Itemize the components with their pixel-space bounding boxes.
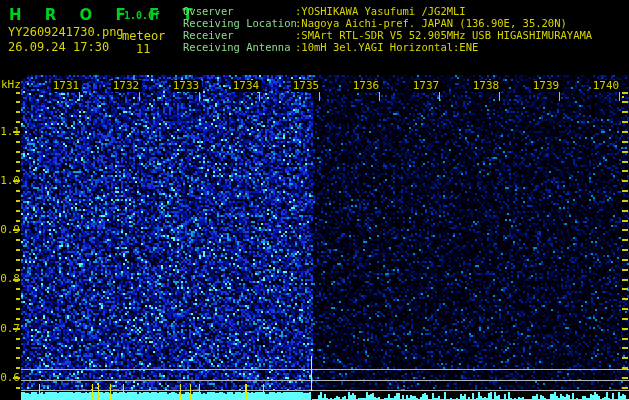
time-axis-label: 1736: [351, 80, 382, 92]
app-title: H R O F F T: [9, 6, 202, 24]
time-axis-label: 1731: [51, 80, 82, 92]
app-version: 1.0.0f: [124, 10, 160, 21]
info-value: :10mH 3el.YAGI Horizontal:ENE: [295, 41, 478, 53]
time-axis-label: 1737: [411, 80, 442, 92]
time-axis-label: 1738: [471, 80, 502, 92]
freq-axis-label: 1.0: [0, 174, 20, 187]
time-axis-label: 1739: [531, 80, 562, 92]
freq-axis-unit: kHz: [1, 78, 21, 91]
time-axis-label: 1735: [291, 80, 322, 92]
freq-axis-label: 0.6: [0, 371, 20, 384]
output-filename: YY2609241730.png: [8, 25, 124, 39]
echo-count: 11: [136, 42, 150, 56]
info-label: Receiving Location: [183, 17, 297, 29]
freq-axis-label: 0.8: [0, 272, 20, 285]
hrofft-window: H R O F F T 1.0.0f YY2609241730.png mete…: [0, 0, 629, 400]
spectrogram-canvas: [0, 0, 629, 400]
info-label: Receiving Antenna: [183, 41, 290, 53]
freq-axis-label: 0.9: [0, 223, 20, 236]
freq-axis-label: 0.7: [0, 322, 20, 335]
datetime-label: 26.09.24 17:30: [8, 40, 109, 54]
mode-label: meteor: [122, 29, 165, 43]
time-axis-label: 1733: [171, 80, 202, 92]
info-value: :SMArt RTL-SDR V5 52.905MHz USB HIGASHIM…: [295, 29, 592, 41]
info-value: :YOSHIKAWA Yasufumi /JG2MLI: [295, 5, 466, 17]
info-value: :Nagoya Aichi-pref. JAPAN (136.90E, 35.2…: [295, 17, 567, 29]
time-axis-label: 1734: [231, 80, 262, 92]
time-axis-label: 1732: [111, 80, 142, 92]
info-label: Ovserver: [183, 5, 234, 17]
freq-axis-label: 1.1: [0, 125, 20, 138]
time-axis-label: 1740: [591, 80, 622, 92]
info-label: Receiver: [183, 29, 234, 41]
